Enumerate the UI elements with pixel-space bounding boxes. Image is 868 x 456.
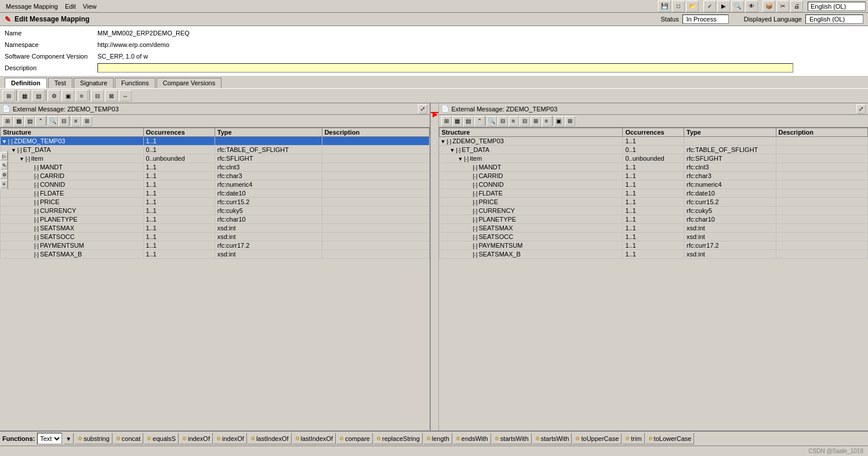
activate-button[interactable]: ▶ — [717, 1, 730, 12]
table-row[interactable]: ▼[▪]item0..unboundedrfc:SFLIGHT — [1, 154, 430, 163]
table-row[interactable]: [▪]PRICE1..1rfc:curr15.2 — [439, 198, 868, 207]
tb2-btn1[interactable]: ⊞ — [2, 90, 15, 102]
table-row[interactable]: [▪]SEATSMAX_B1..1xsd:int — [439, 250, 868, 259]
tb2-arrow-btn[interactable]: ↔ — [119, 90, 132, 102]
function-button[interactable]: ⚙startsWith — [532, 433, 572, 444]
tab-signature[interactable]: Signature — [74, 78, 114, 88]
rpt-btn11[interactable]: ▣ — [554, 116, 564, 126]
lpt-btn3[interactable]: ▤ — [24, 116, 35, 126]
lpt-btn1[interactable]: ⊞ — [2, 116, 13, 126]
rpt-btn1[interactable]: ⊞ — [441, 116, 452, 126]
table-row[interactable]: [▪]CARRID1..1rfc:char3 — [1, 172, 430, 180]
rpt-btn8[interactable]: ⊟ — [520, 116, 530, 126]
open-button[interactable]: 📂 — [686, 1, 699, 12]
expand-icon[interactable]: ▼ — [458, 156, 463, 162]
function-button[interactable]: ⚙startsWith — [492, 433, 532, 444]
tb2-filter-btn[interactable]: ▣ — [61, 90, 74, 102]
table-row[interactable]: [▪]CURRENCY1..1rfc:cuky5 — [439, 207, 868, 215]
table-row[interactable]: [▪]MANDT1..1rfc:clnt3 — [439, 163, 868, 172]
left-tree-table[interactable]: Structure Occurrences Type Description ▼… — [0, 128, 430, 430]
tb2-gear-btn[interactable]: ⚙ — [48, 90, 60, 102]
table-row[interactable]: ▼[▪]ET_DATA0..1rfc:TABLE_OF_SFLIGHT — [1, 146, 430, 154]
functions-dropdown-btn[interactable]: ▼ — [63, 433, 74, 444]
expand-icon[interactable]: ▼ — [2, 139, 7, 144]
table-row[interactable]: [▪]PRICE1..1rfc:curr15.2 — [1, 198, 430, 207]
rpt-btn12[interactable]: ⊞ — [565, 116, 575, 126]
lpt-btn6[interactable]: ⊟ — [59, 116, 69, 126]
new-button[interactable]: □ — [672, 1, 685, 12]
function-button[interactable]: ⚙lastIndexOf — [292, 433, 336, 444]
expand-icon[interactable]: ▼ — [11, 147, 16, 153]
lpt-btn4[interactable]: ⌃ — [35, 116, 46, 126]
right-tree-table[interactable]: Structure Occurrences Type Description ▼… — [439, 128, 869, 430]
function-button[interactable]: ⚙toLowerCase — [645, 433, 695, 444]
function-button[interactable]: ⚙compare — [336, 433, 373, 444]
table-row[interactable]: [▪]CONNID1..1rfc:numeric4 — [1, 180, 430, 189]
lvt-btn3[interactable]: ⚙ — [1, 171, 8, 179]
transport-button[interactable]: 📦 — [762, 1, 775, 12]
save-button[interactable]: 💾 — [658, 1, 671, 12]
function-button[interactable]: ⚙trim — [622, 433, 644, 444]
function-button[interactable]: ⚙concat — [113, 433, 143, 444]
table-row[interactable]: [▪]PAYMENTSUM1..1rfc:curr17.2 — [439, 241, 868, 250]
rpt-btn3[interactable]: ▤ — [463, 116, 474, 126]
lvt-btn1[interactable]: ▷ — [1, 152, 8, 160]
tab-test[interactable]: Test — [48, 78, 72, 88]
tb2-col-btn[interactable]: ≡ — [75, 90, 88, 102]
functions-category-select[interactable]: Text — [37, 433, 62, 444]
rpt-btn10[interactable]: ≡ — [542, 116, 552, 126]
lpt-btn8[interactable]: ⊞ — [82, 116, 92, 126]
lpt-btn2[interactable]: ▦ — [13, 116, 24, 126]
rpt-btn5[interactable]: 🔍 — [486, 116, 497, 126]
table-row[interactable]: ▼[▪]ZDEMO_TEMP031..1 — [1, 137, 430, 146]
function-button[interactable]: ⚙lastIndexOf — [248, 433, 292, 444]
left-pane-expand-btn[interactable]: ⤢ — [418, 104, 427, 114]
table-row[interactable]: [▪]PLANETYPE1..1rfc:char10 — [1, 215, 430, 224]
lpt-btn7[interactable]: ≡ — [71, 116, 81, 126]
table-row[interactable]: ▼[▪]ZDEMO_TEMP031..1 — [439, 137, 868, 146]
table-row[interactable]: [▪]CURRENCY1..1rfc:cuky5 — [1, 207, 430, 215]
tab-definition[interactable]: Definition — [5, 78, 47, 88]
table-row[interactable]: ▼[▪]item0..unboundedrfc:SFLIGHT — [439, 154, 868, 163]
tab-compare-versions[interactable]: Compare Versions — [157, 78, 222, 88]
table-row[interactable]: [▪]SEATSMAX1..1xsd:int — [439, 224, 868, 233]
function-button[interactable]: ⚙substring — [75, 433, 112, 444]
table-row[interactable]: [▪]PLANETYPE1..1rfc:char10 — [439, 215, 868, 224]
table-row[interactable]: [▪]SEATSOCC1..1xsd:int — [439, 233, 868, 241]
rpt-btn9[interactable]: ⊞ — [531, 116, 541, 126]
tb2-grid2-btn[interactable]: ▤ — [32, 90, 45, 102]
table-row[interactable]: [▪]MANDT1..1rfc:clnt3 — [1, 163, 430, 172]
menu-message-mapping[interactable]: Message Mapping — [2, 2, 61, 11]
check-button[interactable]: ✓ — [703, 1, 716, 12]
description-input[interactable] — [97, 63, 793, 73]
lvt-btn2[interactable]: ✎ — [1, 161, 8, 169]
table-row[interactable]: [▪]CONNID1..1rfc:numeric4 — [439, 180, 868, 189]
tb2-table-btn[interactable]: ⊟ — [91, 90, 104, 102]
display-button[interactable]: 👁 — [745, 1, 758, 12]
rpt-btn6[interactable]: ⊟ — [497, 116, 508, 126]
function-button[interactable]: ⚙length — [423, 433, 452, 444]
table-row[interactable]: [▪]SEATSMAX1..1xsd:int — [1, 224, 430, 233]
expand-icon[interactable]: ▼ — [450, 147, 455, 153]
table-row[interactable]: [▪]CARRID1..1rfc:char3 — [439, 172, 868, 180]
function-button[interactable]: ⚙endsWith — [453, 433, 491, 444]
delete-button[interactable]: ✂ — [776, 1, 789, 12]
table-row[interactable]: [▪]FLDATE1..1rfc:date10 — [439, 189, 868, 198]
menu-view[interactable]: View — [79, 2, 100, 11]
rpt-btn2[interactable]: ▦ — [452, 116, 463, 126]
table-row[interactable]: [▪]FLDATE1..1rfc:date10 — [1, 189, 430, 198]
where-used-button[interactable]: 🔍 — [731, 1, 744, 12]
function-button[interactable]: ⚙equalsS — [144, 433, 179, 444]
function-button[interactable]: ⚙toUpperCase — [572, 433, 622, 444]
tb2-list-btn[interactable]: ⊠ — [105, 90, 118, 102]
function-button[interactable]: ⚙replaceString — [373, 433, 423, 444]
table-row[interactable]: ▼[▪]ET_DATA0..1rfc:TABLE_OF_SFLIGHT — [439, 146, 868, 154]
expand-icon[interactable]: ▼ — [19, 156, 24, 162]
lpt-btn5[interactable]: 🔍 — [48, 116, 58, 126]
lvt-btn4[interactable]: ≡ — [1, 180, 8, 188]
rpt-btn4[interactable]: ⌃ — [474, 116, 485, 126]
table-row[interactable]: [▪]SEATSOCC1..1xsd:int — [1, 233, 430, 241]
table-row[interactable]: [▪]SEATSMAX_B1..1xsd:int — [1, 250, 430, 259]
print-button[interactable]: 🖨 — [790, 1, 803, 12]
function-button[interactable]: ⚙indexOf — [213, 433, 247, 444]
